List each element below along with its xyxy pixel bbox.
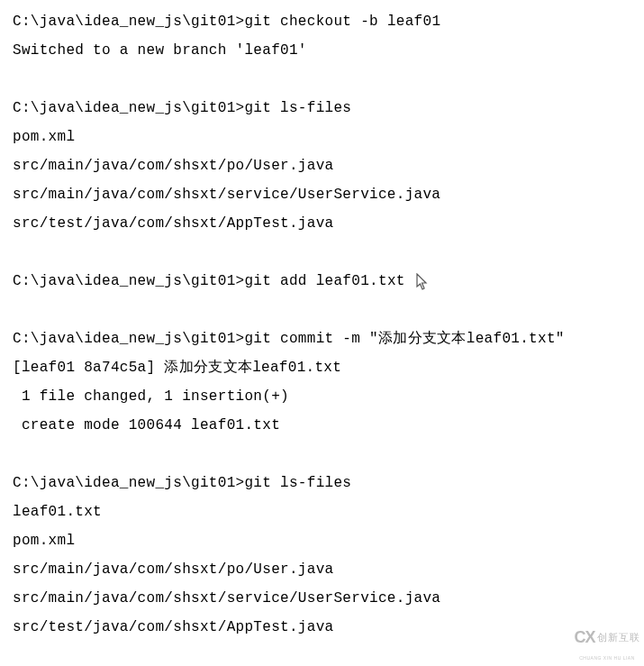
output-line: src/main/java/com/shsxt/po/User.java xyxy=(13,151,631,180)
command-text: git add leaf01.txt xyxy=(244,273,404,289)
command-line: C:\java\idea_new_js\git01>git commit -m … xyxy=(13,324,631,353)
output-line: create mode 100644 leaf01.txt xyxy=(13,411,631,440)
command-text: git ls-files xyxy=(244,100,351,116)
command-text: git commit -m "添加分支文本leaf01.txt" xyxy=(244,331,564,347)
terminal-output: C:\java\idea_new_js\git01>git checkout -… xyxy=(13,7,631,642)
command-text: git checkout -b leaf01 xyxy=(244,14,440,30)
prompt: C:\java\idea_new_js\git01> xyxy=(13,475,244,491)
command-text: git ls-files xyxy=(244,475,351,491)
watermark-subtitle: CHUANG XIN HU LIAN xyxy=(579,653,635,662)
blank-line xyxy=(13,65,631,94)
watermark-brand-text: 创新互联 xyxy=(597,627,640,647)
output-line: src/main/java/com/shsxt/service/UserServ… xyxy=(13,584,631,613)
output-line: src/test/java/com/shsxt/AppTest.java xyxy=(13,613,631,642)
prompt: C:\java\idea_new_js\git01> xyxy=(13,14,244,30)
output-line: src/main/java/com/shsxt/po/User.java xyxy=(13,555,631,584)
output-line: pom.xml xyxy=(13,123,631,151)
output-line: src/main/java/com/shsxt/service/UserServ… xyxy=(13,180,631,209)
output-line: 1 file changed, 1 insertion(+) xyxy=(13,382,631,411)
output-line: Switched to a new branch 'leaf01' xyxy=(13,36,631,65)
blank-line xyxy=(13,440,631,469)
prompt: C:\java\idea_new_js\git01> xyxy=(13,273,244,289)
command-line: C:\java\idea_new_js\git01>git add leaf01… xyxy=(13,267,631,296)
mouse-cursor-icon xyxy=(416,273,432,289)
output-line: leaf01.txt xyxy=(13,497,631,526)
command-line: C:\java\idea_new_js\git01>git ls-files xyxy=(13,94,631,123)
command-line: C:\java\idea_new_js\git01>git checkout -… xyxy=(13,7,631,36)
output-line: src/test/java/com/shsxt/AppTest.java xyxy=(13,209,631,238)
watermark-logo-text: CX xyxy=(574,621,594,653)
output-line: pom.xml xyxy=(13,526,631,555)
command-line: C:\java\idea_new_js\git01>git ls-files xyxy=(13,469,631,497)
blank-line xyxy=(13,296,631,324)
blank-line xyxy=(13,238,631,267)
watermark: CX 创新互联 CHUANG XIN HU LIAN xyxy=(570,625,644,659)
prompt: C:\java\idea_new_js\git01> xyxy=(13,331,244,347)
output-line: [leaf01 8a74c5a] 添加分支文本leaf01.txt xyxy=(13,353,631,382)
prompt: C:\java\idea_new_js\git01> xyxy=(13,100,244,116)
